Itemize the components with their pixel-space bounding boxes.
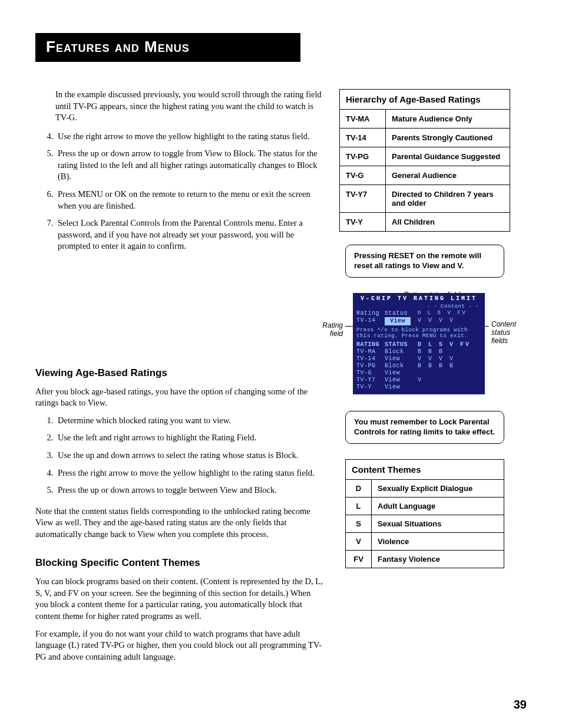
table-row: TV-Y7Directed to Children 7 years and ol…	[340, 185, 510, 213]
heading-blocking: Blocking Specific Content Themes	[35, 556, 324, 570]
main-column: In the example discussed previously, you…	[35, 89, 324, 668]
table-row: TV-PGParental Guidance Suggested	[340, 147, 510, 166]
table-row: TV-MAMature Audience Only	[340, 110, 510, 129]
vchip-row: TV-Y7View V	[356, 377, 481, 384]
paragraph: You can block programs based on their co…	[35, 576, 324, 622]
vchip-title: V-CHIP TV RATING LIMIT	[356, 295, 481, 302]
step-item: Press the up or down arrow to toggle fro…	[55, 148, 324, 183]
page-number: 39	[514, 698, 527, 711]
step-item: Use the right arrow to move the yellow h…	[55, 131, 324, 143]
hierarchy-table: Hierarchy of Age-Based Ratings TV-MAMatu…	[339, 89, 510, 232]
note-lock: You must remember to Lock Parental Contr…	[345, 411, 504, 444]
step-item: Determine which blocked rating you want …	[55, 415, 324, 427]
table-title: Hierarchy of Age-Based Ratings	[340, 90, 510, 110]
vchip-row: TV-14ViewV V V V	[356, 355, 481, 363]
table-title: Content Themes	[346, 459, 504, 479]
heading-viewing: Viewing Age-Based Ratings	[35, 367, 324, 380]
step-item: Select Lock Parental Controls from the P…	[55, 218, 324, 252]
paragraph: Note that the content status fields corr…	[35, 506, 324, 541]
note-reset: Pressing RESET on the remote will reset …	[345, 245, 504, 278]
vchip-diagram: Rating status field Rating field Content…	[322, 293, 516, 394]
step-item: Press MENU or OK on the remote to return…	[55, 189, 324, 212]
step-item: Press the right arrow to move the yellow…	[55, 467, 324, 479]
label-content-fields: Content status fields	[491, 320, 524, 345]
table-row: TV-YAll Children	[340, 213, 510, 232]
section-banner: Features and Menus	[35, 33, 300, 62]
vchip-row: TV-GView	[356, 370, 481, 377]
vchip-row: TV-MABlock B B B	[356, 348, 481, 355]
table-row: VViolence	[346, 532, 504, 550]
vchip-row: TV-PGBlockB B B B	[356, 363, 481, 370]
paragraph: For example, if you do not want your chi…	[35, 628, 324, 663]
vchip-row: TV-YView	[356, 384, 481, 391]
vchip-screen: V-CHIP TV RATING LIMIT - - Content - - R…	[353, 293, 485, 394]
step-item: Press the up or down arrows to toggle be…	[55, 485, 324, 496]
steps-list-b: Determine which blocked rating you want …	[35, 415, 324, 496]
table-row: FVFantasy Violence	[346, 550, 504, 568]
table-row: DSexually Explicit Dialogue	[346, 479, 504, 497]
table-row: TV-GGeneral Audience	[340, 166, 510, 185]
table-row: TV-14Parents Strongly Cautioned	[340, 129, 510, 147]
table-row: LAdult Language	[346, 497, 504, 515]
vchip-selected-row: TV-14 View V V V V	[356, 317, 481, 325]
step-item: Use the left and right arrows to highlig…	[55, 432, 324, 444]
steps-list-a: Use the right arrow to move the yellow h…	[35, 131, 324, 252]
side-column: Hierarchy of Age-Based Ratings TV-MAMatu…	[339, 89, 527, 668]
label-rating-field: Rating field	[317, 321, 343, 338]
step-item: Use the up and down arrows to select the…	[55, 450, 324, 462]
content-themes-table: Content Themes DSexually Explicit Dialog…	[345, 459, 504, 568]
paragraph: After you block age-based ratings, you h…	[35, 386, 324, 409]
table-row: SSexual Situations	[346, 515, 504, 532]
intro-text: In the example discussed previously, you…	[55, 89, 324, 124]
